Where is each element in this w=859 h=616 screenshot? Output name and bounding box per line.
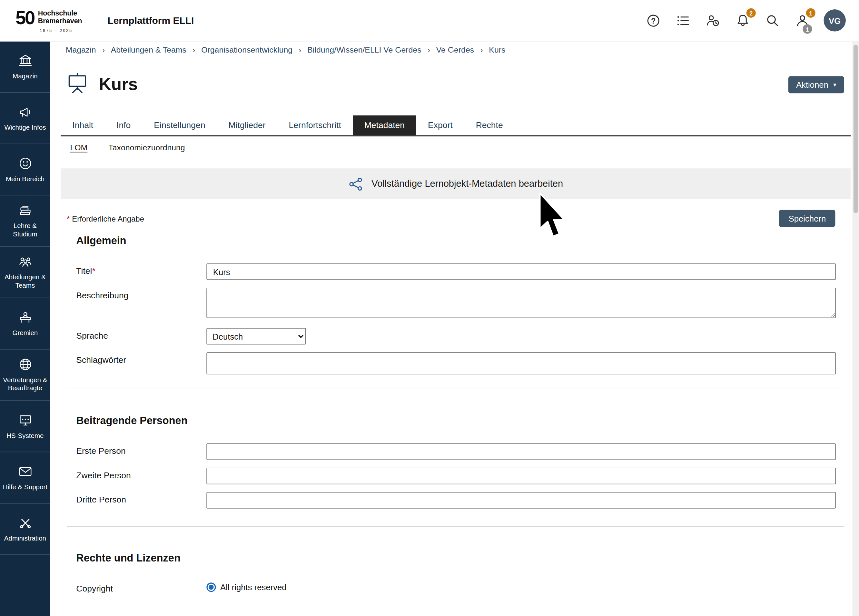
- required-hint: * Erforderliche Angabe: [67, 214, 144, 222]
- schlagwoerter-input[interactable]: [206, 352, 836, 374]
- books-icon: [18, 203, 33, 218]
- erste-person-input[interactable]: [206, 444, 836, 460]
- help-button[interactable]: ?: [645, 12, 661, 29]
- actions-button[interactable]: Aktionen ▾: [789, 76, 844, 93]
- tab-inhalt[interactable]: Inhalt: [61, 116, 105, 136]
- search-button[interactable]: [764, 12, 781, 29]
- sprache-control: Deutsch: [206, 328, 836, 344]
- sidebar-item-label: Gremien: [12, 329, 38, 337]
- tab-mitglieder[interactable]: Mitglieder: [217, 116, 277, 136]
- sidebar-item-label: Vertretungen & Beauftragte: [2, 376, 49, 392]
- sidebar-item-label: Magazin: [12, 72, 38, 80]
- committee-icon: [18, 310, 33, 324]
- header-icon-group: ?: [645, 9, 846, 31]
- sidebar-item-gremien[interactable]: Gremien: [0, 298, 50, 350]
- save-button[interactable]: Speichern: [779, 210, 836, 227]
- top-header: 50 Hochschule Bremerhaven 1975 – 2025 Le…: [0, 0, 859, 41]
- envelope-icon: [18, 464, 33, 478]
- dritte-person-control: [206, 492, 836, 508]
- copyright-control: All rights reserved: [206, 581, 836, 592]
- avatar[interactable]: VG: [823, 9, 845, 31]
- scrollbar-track[interactable]: [852, 41, 859, 616]
- contacts-button[interactable]: 1 1: [794, 12, 810, 29]
- breadcrumb-separator: ›: [298, 45, 301, 55]
- course-board-icon: [66, 72, 89, 97]
- smiley-icon: [18, 156, 33, 170]
- main-sidebar: Magazin Wichtige Infos Mein Bereich Lehr…: [0, 41, 50, 616]
- share-nodes-icon: [348, 177, 363, 191]
- subtab-lom[interactable]: LOM: [70, 143, 87, 152]
- breadcrumb-separator: ›: [192, 45, 195, 55]
- breadcrumb-separator: ›: [102, 45, 105, 55]
- contacts-badge-top: 1: [806, 8, 815, 18]
- tab-metadaten[interactable]: Metadaten: [353, 116, 416, 136]
- people-group-icon: [18, 255, 33, 269]
- titel-input[interactable]: [206, 264, 836, 280]
- main-content: Magazin › Abteilungen & Teams › Organisa…: [50, 41, 853, 601]
- beschreibung-textarea[interactable]: [206, 288, 836, 318]
- sidebar-item-label: Wichtige Infos: [4, 124, 46, 132]
- required-star: *: [92, 266, 95, 275]
- dritte-person-label: Dritte Person: [76, 492, 206, 504]
- logo-name: Hochschule Bremerhaven: [38, 10, 82, 25]
- section-title-rechte: Rechte und Lizenzen: [76, 552, 836, 564]
- sidebar-item-vertretungen[interactable]: Vertretungen & Beauftragte: [0, 350, 50, 401]
- tab-rechte[interactable]: Rechte: [464, 116, 515, 136]
- tab-einstellungen[interactable]: Einstellungen: [142, 116, 217, 136]
- page-title: Kurs: [99, 75, 138, 94]
- sidebar-item-label: Administration: [4, 534, 46, 543]
- tab-info[interactable]: Info: [105, 116, 142, 136]
- list-button[interactable]: [675, 12, 691, 29]
- user-clock-button[interactable]: [704, 12, 721, 29]
- subtab-bar: LOM Taxonomiezuordnung: [70, 143, 852, 152]
- hochschule-bremerhaven-logo[interactable]: 50 Hochschule Bremerhaven 1975 – 2025: [16, 8, 82, 33]
- form-row-beschreibung: Beschreibung: [76, 288, 836, 320]
- breadcrumb-link[interactable]: Ve Gerdes: [436, 45, 474, 54]
- sidebar-item-mein-bereich[interactable]: Mein Bereich: [0, 144, 50, 195]
- scrollbar-thumb[interactable]: [854, 45, 858, 213]
- sidebar-item-wichtige-infos[interactable]: Wichtige Infos: [0, 93, 50, 144]
- form-row-dritte-person: Dritte Person: [76, 492, 836, 508]
- section-title-beitragende: Beitragende Personen: [76, 415, 836, 427]
- notifications-button[interactable]: 2: [734, 12, 751, 29]
- sprache-select[interactable]: Deutsch: [206, 328, 306, 344]
- sidebar-item-magazin[interactable]: Magazin: [0, 41, 50, 92]
- section-beitragende-personen: Beitragende Personen Erste Person Zweite…: [76, 415, 836, 509]
- monitor-icon: [18, 413, 33, 427]
- sidebar-item-label: Mein Bereich: [6, 175, 44, 183]
- erste-person-control: [206, 444, 836, 460]
- sidebar-item-abteilungen-teams[interactable]: Abteilungen & Teams: [0, 247, 50, 298]
- section-rechte-lizenzen: Rechte und Lizenzen Copyright All rights…: [76, 552, 836, 593]
- dritte-person-input[interactable]: [206, 492, 836, 508]
- form-row-copyright: Copyright All rights reserved: [76, 581, 836, 593]
- app-window: 50 Hochschule Bremerhaven 1975 – 2025 Le…: [0, 0, 859, 616]
- user-clock-icon: [705, 13, 720, 28]
- copyright-option-label: All rights reserved: [220, 582, 287, 592]
- form-row-zweite-person: Zweite Person: [76, 467, 836, 484]
- subtab-taxonomiezuordnung[interactable]: Taxonomiezuordnung: [108, 143, 185, 152]
- beschreibung-control: [206, 288, 836, 320]
- erste-person-label: Erste Person: [76, 444, 206, 456]
- breadcrumb-link[interactable]: Magazin: [66, 45, 96, 54]
- sidebar-item-hilfe-support[interactable]: Hilfe & Support: [0, 452, 50, 503]
- search-icon: [765, 13, 780, 28]
- tab-export[interactable]: Export: [416, 116, 464, 136]
- copyright-radio[interactable]: [206, 582, 216, 592]
- breadcrumb-link[interactable]: Organisationsentwicklung: [201, 45, 292, 54]
- titel-label: Titel*: [76, 264, 206, 276]
- sidebar-item-administration[interactable]: Administration: [0, 503, 50, 555]
- logo-name-line2: Bremerhaven: [38, 17, 82, 25]
- edit-full-metadata-link[interactable]: Vollständige Lernobjekt-Metadaten bearbe…: [61, 168, 851, 199]
- sidebar-item-hs-systeme[interactable]: HS-Systeme: [0, 401, 50, 452]
- tab-lernfortschritt[interactable]: Lernfortschritt: [277, 116, 353, 136]
- breadcrumb-link[interactable]: Bildung/Wissen/ELLI Ve Gerdes: [307, 45, 421, 54]
- sidebar-item-label: Abteilungen & Teams: [2, 273, 49, 289]
- zweite-person-input[interactable]: [206, 467, 836, 484]
- breadcrumb-link[interactable]: Kurs: [489, 45, 505, 54]
- breadcrumb: Magazin › Abteilungen & Teams › Organisa…: [50, 41, 853, 58]
- breadcrumb-link[interactable]: Abteilungen & Teams: [111, 45, 186, 54]
- sidebar-item-lehre-studium[interactable]: Lehre & Studium: [0, 195, 50, 247]
- breadcrumb-separator: ›: [480, 45, 483, 55]
- titel-control: [206, 264, 836, 280]
- form-row-titel: Titel*: [76, 264, 836, 280]
